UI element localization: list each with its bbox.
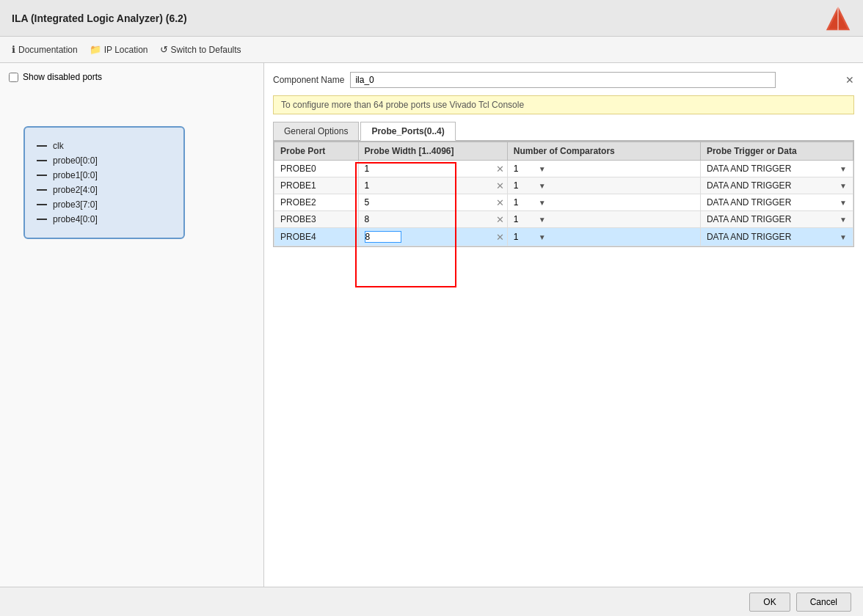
port-line-icon [37,160,47,161]
info-bar: To configure more than 64 probe ports us… [273,95,854,114]
port-label: probe1[0:0] [53,170,98,180]
switch-to-defaults-label: Switch to Defaults [171,45,241,55]
component-name-input[interactable] [350,72,776,88]
trigger-data-dropdown[interactable]: DATA AND TRIGGER▼ [707,164,847,174]
probe-table: Probe Port Probe Width [1..4096] Number … [274,142,853,246]
trigger-data-cell[interactable]: DATA AND TRIGGER▼ [700,177,853,194]
show-disabled-ports-checkbox[interactable] [9,73,18,82]
clear-width-button[interactable]: ✕ [496,197,504,208]
probe-width-cell[interactable]: ✕ [358,194,507,211]
refresh-icon: ↺ [160,44,168,55]
probe-width-input[interactable] [365,231,401,243]
bottom-bar: OK Cancel [0,587,863,616]
comparators-cell: ▼ [507,228,700,246]
table-row[interactable]: PROBE3✕▼DATA AND TRIGGER▼ [274,211,853,228]
trigger-data-dropdown[interactable]: DATA AND TRIGGER▼ [707,232,847,242]
probe-width-input[interactable] [365,164,401,174]
comparators-dropdown-arrow[interactable]: ▼ [539,233,546,241]
comparators-cell: ▼ [507,194,700,211]
probe-width-input[interactable] [365,180,401,191]
trigger-data-cell[interactable]: DATA AND TRIGGER▼ [700,161,853,177]
probe-width-cell[interactable]: ✕ [358,211,507,228]
probe-port-cell: PROBE1 [274,177,359,194]
col-probe-width: Probe Width [1..4096] [358,142,507,161]
comparators-input[interactable] [514,197,536,208]
trigger-data-dropdown[interactable]: DATA AND TRIGGER▼ [707,214,847,224]
port-probe4: probe4[0:0] [37,214,172,224]
table-row[interactable]: PROBE4✕▼DATA AND TRIGGER▼ [274,228,853,246]
comparators-dropdown-arrow[interactable]: ▼ [539,216,546,224]
trigger-data-dropdown-arrow[interactable]: ▼ [840,199,847,207]
comparators-dropdown-arrow[interactable]: ▼ [539,199,546,207]
trigger-data-cell[interactable]: DATA AND TRIGGER▼ [700,194,853,211]
tab-general-options[interactable]: General Options [273,122,359,140]
clear-width-button[interactable]: ✕ [496,180,504,191]
trigger-data-value: DATA AND TRIGGER [707,232,791,242]
toolbar: ℹ Documentation 📁 IP Location ↺ Switch t… [0,37,863,63]
tab-probe-ports[interactable]: Probe_Ports(0..4) [360,122,455,141]
table-row[interactable]: PROBE1✕▼DATA AND TRIGGER▼ [274,177,853,194]
logo-icon [825,5,851,32]
window-title: ILA (Integrated Logic Analyzer) (6.2) [12,12,187,24]
port-probe0: probe0[0:0] [37,155,172,166]
cancel-button[interactable]: Cancel [796,593,851,612]
info-icon: ℹ [12,44,15,55]
ok-button[interactable]: OK [749,593,790,612]
comparators-input[interactable] [514,180,536,191]
port-label: probe0[0:0] [53,155,98,166]
component-name-close-button[interactable]: ✕ [845,74,854,86]
probe-table-container: Probe Port Probe Width [1..4096] Number … [273,141,854,247]
probe-width-cell[interactable]: ✕ [358,177,507,194]
clear-width-button[interactable]: ✕ [496,214,504,225]
trigger-data-dropdown[interactable]: DATA AND TRIGGER▼ [707,197,847,208]
probe-port-cell: PROBE2 [274,194,359,211]
comparators-dropdown-arrow[interactable]: ▼ [539,165,546,173]
right-panel: Component Name ✕ To configure more than … [264,63,863,587]
table-wrapper: Probe Port Probe Width [1..4096] Number … [273,141,854,247]
trigger-data-dropdown-arrow[interactable]: ▼ [840,233,847,241]
port-line-icon [37,204,47,205]
probe-width-input[interactable] [365,197,401,208]
probe-port-cell: PROBE0 [274,161,359,177]
ip-location-link[interactable]: 📁 IP Location [90,44,148,55]
probe-port-cell: PROBE3 [274,211,359,228]
col-probe-trigger-data: Probe Trigger or Data [700,142,853,161]
probe-width-cell[interactable]: ✕ [358,228,507,246]
tabs-row: General Options Probe_Ports(0..4) [273,122,854,141]
port-probe1: probe1[0:0] [37,170,172,180]
probe-port-cell: PROBE4 [274,228,359,246]
clear-width-button[interactable]: ✕ [496,164,504,175]
port-line-icon [37,175,47,176]
switch-to-defaults-link[interactable]: ↺ Switch to Defaults [160,44,241,55]
trigger-data-dropdown[interactable]: DATA AND TRIGGER▼ [707,180,847,191]
probe-width-input[interactable] [365,214,401,224]
documentation-link[interactable]: ℹ Documentation [12,44,78,55]
trigger-data-cell[interactable]: DATA AND TRIGGER▼ [700,228,853,246]
comparators-input[interactable] [514,164,536,174]
port-clk: clk [37,141,172,151]
trigger-data-value: DATA AND TRIGGER [707,180,791,191]
col-probe-port: Probe Port [274,142,359,161]
comparators-input[interactable] [514,232,536,242]
trigger-data-dropdown-arrow[interactable]: ▼ [840,165,847,173]
comparators-dropdown-arrow[interactable]: ▼ [539,182,546,190]
port-line-icon [37,189,47,191]
comparators-input[interactable] [514,214,536,224]
port-line-icon [37,219,47,220]
trigger-data-cell[interactable]: DATA AND TRIGGER▼ [700,211,853,228]
main-content: Show disabled ports clk probe0[0:0] prob… [0,63,863,587]
component-name-row: Component Name ✕ [273,72,854,88]
clear-width-button[interactable]: ✕ [496,232,504,243]
trigger-data-dropdown-arrow[interactable]: ▼ [840,182,847,190]
trigger-data-dropdown-arrow[interactable]: ▼ [840,216,847,224]
documentation-label: Documentation [18,45,78,55]
table-row[interactable]: PROBE0✕▼DATA AND TRIGGER▼ [274,161,853,177]
show-disabled-row: Show disabled ports [9,72,255,82]
table-row[interactable]: PROBE2✕▼DATA AND TRIGGER▼ [274,194,853,211]
trigger-data-value: DATA AND TRIGGER [707,197,791,208]
title-bar: ILA (Integrated Logic Analyzer) (6.2) [0,0,863,37]
trigger-data-value: DATA AND TRIGGER [707,164,791,174]
info-message: To configure more than 64 probe ports us… [281,100,524,110]
comparators-cell: ▼ [507,211,700,228]
probe-width-cell[interactable]: ✕ [358,161,507,177]
